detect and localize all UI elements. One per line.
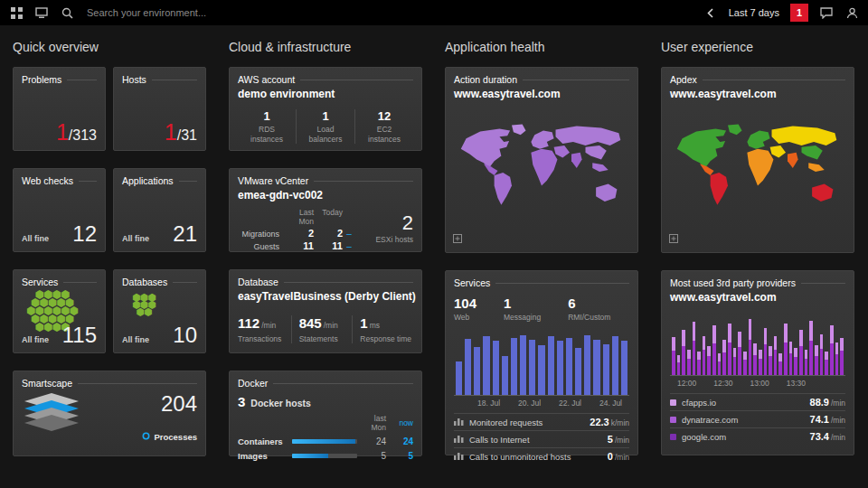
desktop-icon[interactable]: [34, 5, 49, 20]
provider-color-dot: [670, 434, 676, 440]
provider-row-google[interactable]: google.com 73.4/min: [670, 427, 845, 445]
title-rule: [300, 80, 413, 80]
provider-color-dot: [670, 399, 676, 406]
tile-title: Docker: [238, 378, 268, 389]
tile-title: Database: [238, 277, 278, 287]
column-cloud-infrastructure: Cloud & infrastructure AWS account demo …: [229, 36, 422, 456]
search-icon[interactable]: [60, 5, 74, 20]
tile-services[interactable]: Services ⬢⬢⬢⬢⬢⬢⬢⬢⬢⬢⬢⬢⬢⬢⬢⬢⬢⬢⬢⬢⬢⬢⬢⬢ All fi…: [13, 269, 106, 353]
aws-stat-load-balancers: 1 Loadbalancers: [296, 109, 354, 144]
provider-row-dynatrace[interactable]: dynatrace.com 74.1/min: [670, 410, 845, 427]
mini-chart-icon: [454, 452, 464, 462]
applications-count: 21: [173, 223, 197, 245]
tile-smartscape[interactable]: Smartscape 204: [13, 371, 206, 456]
title-rule: [67, 80, 97, 80]
web-checks-count: 12: [72, 223, 97, 245]
processes-label: Processes: [154, 432, 197, 442]
title-rule: [284, 282, 413, 283]
tile-title: Databases: [122, 277, 167, 287]
legend-calls-unmonitored[interactable]: Calls to unmonitored hosts 0/min: [454, 447, 629, 465]
tile-title: Problems: [22, 74, 61, 85]
processes-count: 204: [161, 393, 197, 415]
tile-databases[interactable]: Databases ⬢⬢⬢⬢⬢⬢⬢⬢ All fine 10: [113, 269, 206, 353]
map-control-icon[interactable]: [669, 230, 678, 247]
processes-icon: [142, 432, 150, 442]
providers-x-axis: 12:00 12:30 13:00 13:30: [670, 379, 845, 388]
aws-stat-ec2: 12 EC2instances: [354, 109, 413, 144]
column-application-health: Application health Action duration www.e…: [445, 36, 638, 456]
section-title-quick-overview: Quick overview: [13, 40, 206, 54]
dashboard: Quick overview Problems 1 /313 Hosts 1 /…: [0, 25, 868, 456]
services-count: 115: [62, 324, 97, 346]
chat-icon[interactable]: [819, 5, 834, 20]
title-rule: [523, 80, 629, 80]
timeframe-label[interactable]: Last 7 days: [729, 7, 779, 18]
vmware-row-migrations: Migrations 2 2 –: [238, 228, 361, 239]
smartscape-layers-icon: [22, 392, 81, 443]
status-text: All fine: [22, 234, 49, 243]
provider-row-cfapps[interactable]: cfapps.io 88.9/min: [670, 393, 845, 410]
tile-aws-account[interactable]: AWS account demo environment 1 RDSinstan…: [229, 67, 422, 151]
tile-title: AWS account: [238, 74, 295, 85]
map-control-icon[interactable]: [453, 230, 462, 247]
section-title-user-experience: User experience: [661, 40, 854, 54]
tile-hosts[interactable]: Hosts 1 /31: [113, 67, 206, 151]
tile-title: Web checks: [22, 175, 73, 186]
db-stat-response-time: 1ms Response time: [352, 315, 413, 343]
user-icon[interactable]: [844, 5, 859, 20]
tile-third-party-providers[interactable]: Most used 3rd party providers www.easytr…: [661, 270, 854, 455]
application-name: www.easytravel.com: [454, 88, 629, 100]
legend-monitored-requests[interactable]: Monitored requests 22.3k/min: [454, 413, 629, 430]
tile-title: Services: [454, 277, 490, 288]
vmware-table: Last Mon Today Migrations 2 2 – Guests: [238, 206, 361, 251]
requests-x-axis: 18. Jul 20. Jul 22. Jul 24. Jul: [454, 399, 629, 408]
tile-title: Smartscape: [22, 378, 72, 389]
section-title-cloud: Cloud & infrastructure: [229, 40, 422, 54]
column-quick-overview: Quick overview Problems 1 /313 Hosts 1 /…: [13, 36, 206, 456]
tile-problems[interactable]: Problems 1 /313: [13, 67, 106, 151]
title-rule: [179, 181, 197, 182]
title-rule: [78, 383, 197, 384]
mini-chart-icon: [454, 435, 464, 445]
title-rule: [703, 80, 845, 80]
providers-bar-chart: [670, 312, 845, 376]
search-input[interactable]: [85, 6, 297, 19]
aws-environment-name: demo environment: [238, 88, 413, 100]
services-stat-web: 104 Web: [454, 296, 476, 322]
tile-web-checks[interactable]: Web checks All fine 12: [13, 168, 106, 252]
section-title-application-health: Application health: [445, 40, 638, 54]
chevron-left-icon[interactable]: [703, 5, 718, 20]
vmware-row-guests: Guests 11 11 –: [238, 240, 361, 251]
tile-title: Hosts: [122, 74, 146, 85]
column-user-experience: User experience Apdex www.easytravel.com: [661, 36, 854, 456]
title-rule: [495, 283, 629, 284]
tile-apdex[interactable]: Apdex www.easytravel.com: [661, 67, 854, 253]
provider-color-dot: [670, 417, 676, 423]
problems-total-count: /313: [69, 127, 97, 144]
tile-title: Services: [22, 277, 58, 287]
images-bar: [292, 454, 357, 458]
action-duration-world-map: [454, 108, 629, 236]
legend-calls-internet[interactable]: Calls to Internet 5/min: [454, 430, 629, 447]
hosts-problem-count: 1: [165, 121, 177, 144]
tile-applications[interactable]: Applications All fine 21: [113, 168, 206, 252]
title-rule: [801, 283, 845, 284]
mini-chart-icon: [454, 418, 464, 427]
vcenter-name: emea-gdn-vc002: [238, 189, 413, 202]
aws-stat-rds: 1 RDSinstances: [238, 109, 296, 144]
problems-open-count: 1: [56, 121, 69, 144]
apps-menu-icon[interactable]: [9, 5, 24, 20]
problems-badge[interactable]: 1: [790, 4, 808, 22]
tile-title: VMware vCenter: [238, 175, 308, 186]
title-rule: [314, 181, 413, 182]
tile-docker[interactable]: Docker 3 Docker hosts last Mon now Conta…: [229, 371, 422, 456]
tile-services-health[interactable]: Services 104 Web 1 Messaging 6 RMI/Custo…: [445, 270, 638, 455]
tile-vmware-vcenter[interactable]: VMware vCenter emea-gdn-vc002 Last Mon T…: [229, 168, 422, 252]
tile-action-duration[interactable]: Action duration www.easytravel.com: [445, 67, 638, 253]
trend-dash-icon: –: [344, 241, 354, 251]
docker-table-header: last Mon now: [238, 414, 413, 432]
status-text: All fine: [122, 234, 149, 243]
tile-database[interactable]: Database easyTravelBusiness (Derby Clien…: [229, 269, 422, 353]
status-text: All fine: [122, 335, 149, 344]
docker-row-images: Images 5 5: [238, 451, 413, 461]
